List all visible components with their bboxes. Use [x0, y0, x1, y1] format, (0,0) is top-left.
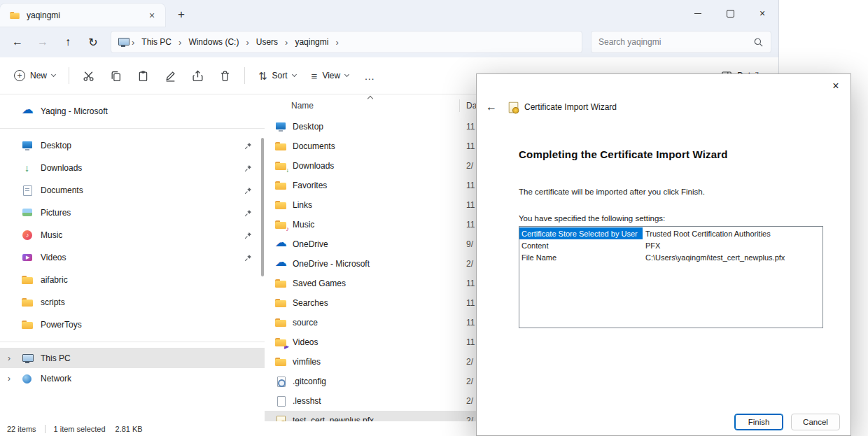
file-date-modified: 2/ [466, 377, 473, 386]
sidebar-item-label: aifabric [41, 275, 68, 285]
sidebar-item-powertoys[interactable]: PowerToys [0, 314, 265, 336]
toolbar-divider [244, 67, 245, 84]
pin-icon [244, 142, 252, 150]
minimize-button[interactable] [682, 0, 714, 27]
new-button[interactable]: + New [7, 63, 62, 88]
cloud-icon [274, 239, 287, 250]
pin-icon [244, 254, 252, 262]
rename-button[interactable] [158, 63, 183, 88]
sidebar-item-label: scripts [41, 297, 65, 307]
file-name: .gitconfig [293, 377, 326, 386]
copy-icon [110, 70, 122, 82]
view-label: View [322, 71, 340, 80]
settings-value: C:\Users\yaqingmi\test_cert_newplus.pfx [643, 253, 785, 262]
sidebar-item-label: Documents [41, 185, 83, 195]
selection-size: 2.81 KB [115, 425, 143, 433]
file-date-modified: 11 [466, 279, 475, 288]
sidebar-item-label: Network [41, 374, 71, 384]
breadcrumb-segment-this-pc[interactable]: This PC [136, 34, 176, 50]
wizard-header: ← Certificate Import Wizard [481, 97, 617, 117]
paste-button[interactable] [130, 63, 156, 88]
sidebar-scrollbar[interactable] [261, 138, 264, 276]
file-icon [274, 395, 287, 407]
back-button[interactable]: ← [6, 31, 29, 53]
breadcrumb[interactable]: ›This PC›Windows (C:)›Users›yaqingmi› [111, 31, 582, 53]
download-icon [21, 162, 34, 174]
dialog-close-icon[interactable]: × [824, 77, 848, 95]
video-icon [21, 252, 34, 263]
view-button[interactable]: ≡ View [304, 63, 356, 88]
sidebar-item-downloads[interactable]: Downloads [0, 157, 265, 179]
sidebar-item-yaqing-microsoft[interactable]: Yaqing - Microsoft [0, 100, 265, 122]
sidebar-item-label: Music [41, 230, 62, 240]
file-date-modified: 9/ [466, 239, 473, 249]
settings-row[interactable]: ContentPFX [519, 239, 822, 251]
sidebar-item-videos[interactable]: Videos [0, 246, 265, 269]
breadcrumb-chevron-icon: › [244, 37, 250, 48]
wizard-back-button[interactable]: ← [481, 98, 502, 116]
folder-icon [21, 274, 34, 286]
column-divider[interactable] [459, 99, 460, 112]
sort-ascending-indicator [368, 96, 373, 101]
sidebar-item-scripts[interactable]: scripts [0, 291, 265, 314]
file-name: Favorites [293, 181, 327, 190]
wizard-title: Certificate Import Wizard [524, 102, 617, 112]
close-button[interactable]: × [746, 0, 778, 27]
file-name: Documents [293, 141, 335, 151]
settings-table[interactable]: Certificate Store Selected by UserTruste… [519, 226, 823, 328]
folder-play-icon: ▶ [274, 337, 287, 348]
file-date-modified: 11 [466, 122, 475, 132]
settings-row[interactable]: Certificate Store Selected by UserTruste… [519, 227, 822, 239]
file-name: .lesshst [293, 396, 321, 406]
cancel-button[interactable]: Cancel [791, 414, 840, 430]
finish-button[interactable]: Finish [734, 414, 783, 430]
up-button[interactable]: ↑ [56, 31, 80, 53]
sidebar-item-music[interactable]: Music [0, 224, 265, 246]
sidebar-item-label: Yaqing - Microsoft [41, 106, 108, 116]
window-controls: × [682, 0, 778, 27]
file-name: Desktop [293, 122, 323, 132]
forward-button[interactable]: → [31, 31, 55, 53]
chevron-down-icon [51, 72, 56, 77]
explorer-tab[interactable]: yaqingmi × [0, 3, 165, 27]
pin-icon [244, 209, 252, 217]
folder-icon [274, 297, 287, 309]
breadcrumb-chevron-icon: › [284, 37, 289, 48]
chevron-down-icon [344, 72, 349, 77]
settings-row[interactable]: File NameC:\Users\yaqingmi\test_cert_new… [519, 251, 822, 263]
sidebar-item-pictures[interactable]: Pictures [0, 202, 265, 224]
sidebar-divider [0, 342, 265, 342]
breadcrumb-segment-yaqingmi[interactable]: yaqingmi [290, 34, 333, 50]
certificate-import-wizard-dialog: × ← Certificate Import Wizard Completing… [476, 73, 851, 436]
sidebar-item-aifabric[interactable]: aifabric [0, 269, 265, 291]
sidebar-item-documents[interactable]: Documents [0, 179, 265, 202]
scissors-icon [83, 70, 94, 82]
search-box[interactable] [591, 31, 771, 53]
new-tab-button[interactable]: + [171, 4, 192, 25]
delete-button[interactable] [212, 63, 238, 88]
item-count: 22 items [7, 425, 36, 433]
breadcrumb-segment-users[interactable]: Users [251, 34, 283, 50]
more-options-button[interactable]: … [357, 63, 382, 88]
refresh-button[interactable]: ↻ [81, 31, 105, 53]
name-column-header[interactable]: Name [291, 101, 314, 111]
cut-button[interactable] [76, 63, 102, 88]
copy-button[interactable] [103, 63, 129, 88]
more-icon: … [364, 71, 374, 81]
sidebar-item-network[interactable]: ›Network [0, 368, 265, 388]
dialog-buttons: Finish Cancel [734, 414, 840, 430]
sidebar-item-label: PowerToys [41, 320, 82, 330]
maximize-button[interactable] [714, 0, 746, 27]
sort-button[interactable]: ⇅ Sort [251, 63, 303, 88]
settings-value: Trusted Root Certification Authorities [643, 230, 771, 238]
share-button[interactable] [185, 63, 211, 88]
cloud-icon [274, 258, 287, 269]
sidebar-item-desktop[interactable]: Desktop [0, 134, 265, 157]
sidebar-item-label: Pictures [41, 208, 71, 218]
sidebar-item-this-pc[interactable]: ›This PC [0, 348, 265, 368]
breadcrumb-chevron-icon: › [130, 37, 136, 48]
plus-icon: + [14, 70, 25, 81]
search-input[interactable] [598, 37, 753, 47]
tab-close-icon[interactable]: × [144, 8, 160, 23]
breadcrumb-segment-windows-c[interactable]: Windows (C:) [183, 34, 244, 50]
